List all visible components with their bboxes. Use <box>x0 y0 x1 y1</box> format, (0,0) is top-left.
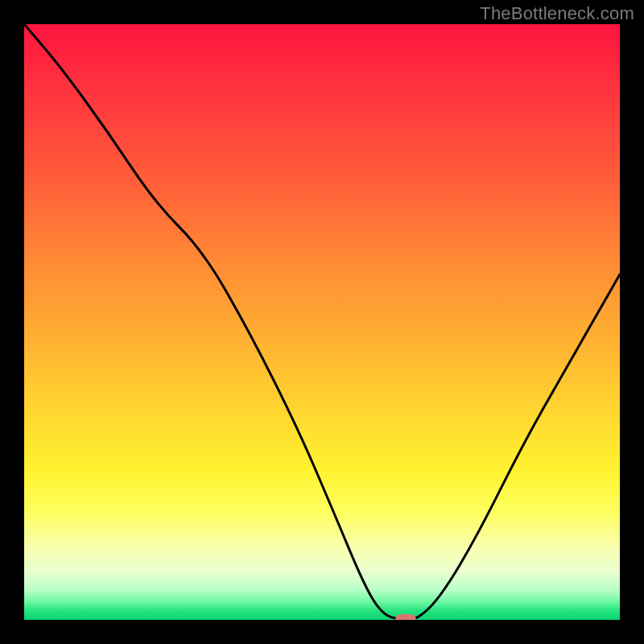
curve-svg <box>24 24 620 620</box>
optimal-point-marker <box>395 614 416 620</box>
bottleneck-curve-path <box>24 24 620 620</box>
chart-container: TheBottleneck.com <box>0 0 644 644</box>
plot-area <box>24 24 620 620</box>
watermark-text: TheBottleneck.com <box>480 3 634 24</box>
